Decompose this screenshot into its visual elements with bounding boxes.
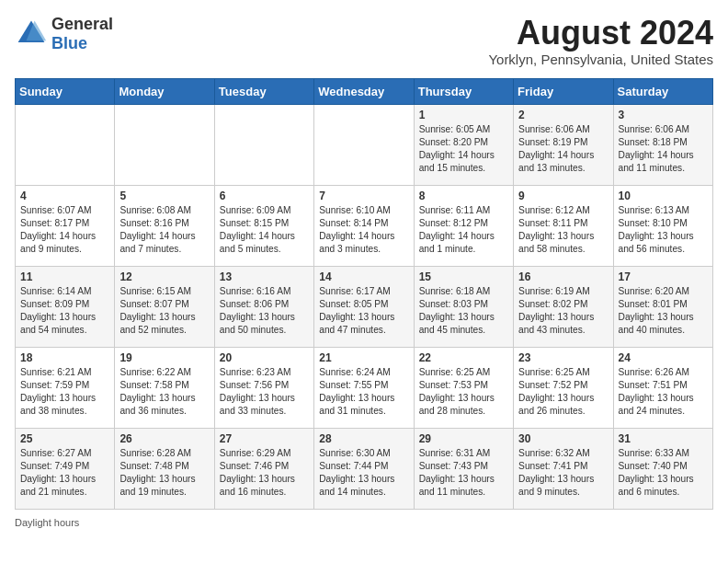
table-row: 15Sunrise: 6:18 AM Sunset: 8:03 PM Dayli… [414, 266, 513, 347]
day-info: Sunrise: 6:26 AM Sunset: 7:51 PM Dayligh… [619, 366, 708, 419]
table-row: 30Sunrise: 6:32 AM Sunset: 7:41 PM Dayli… [514, 428, 613, 509]
table-row: 7Sunrise: 6:10 AM Sunset: 8:14 PM Daylig… [314, 185, 414, 266]
col-saturday: Saturday [613, 78, 712, 104]
day-info: Sunrise: 6:15 AM Sunset: 8:07 PM Dayligh… [119, 285, 209, 338]
daylight-hours-label: Daylight hours [15, 517, 79, 528]
day-info: Sunrise: 6:11 AM Sunset: 8:12 PM Dayligh… [419, 204, 508, 257]
day-number: 25 [20, 432, 109, 445]
day-info: Sunrise: 6:08 AM Sunset: 8:16 PM Dayligh… [119, 204, 209, 257]
day-info: Sunrise: 6:20 AM Sunset: 8:01 PM Dayligh… [619, 285, 708, 338]
day-info: Sunrise: 6:16 AM Sunset: 8:06 PM Dayligh… [220, 285, 309, 338]
day-number: 12 [119, 270, 209, 283]
calendar-header-row: Sunday Monday Tuesday Wednesday Thursday… [16, 78, 713, 104]
location: Yorklyn, Pennsylvania, United States [488, 52, 713, 67]
col-monday: Monday [115, 78, 214, 104]
day-info: Sunrise: 6:23 AM Sunset: 7:56 PM Dayligh… [220, 366, 309, 419]
table-row: 4Sunrise: 6:07 AM Sunset: 8:17 PM Daylig… [16, 185, 115, 266]
day-info: Sunrise: 6:32 AM Sunset: 7:41 PM Dayligh… [518, 447, 608, 500]
day-info: Sunrise: 6:29 AM Sunset: 7:46 PM Dayligh… [220, 447, 309, 500]
day-info: Sunrise: 6:25 AM Sunset: 7:52 PM Dayligh… [518, 366, 608, 419]
day-info: Sunrise: 6:24 AM Sunset: 7:55 PM Dayligh… [319, 366, 408, 419]
table-row [16, 104, 115, 185]
day-number: 28 [319, 432, 408, 445]
table-row: 21Sunrise: 6:24 AM Sunset: 7:55 PM Dayli… [314, 347, 414, 428]
day-info: Sunrise: 6:21 AM Sunset: 7:59 PM Dayligh… [20, 366, 109, 419]
day-info: Sunrise: 6:09 AM Sunset: 8:15 PM Dayligh… [220, 204, 309, 257]
day-info: Sunrise: 6:05 AM Sunset: 8:20 PM Dayligh… [419, 123, 508, 176]
day-info: Sunrise: 6:27 AM Sunset: 7:49 PM Dayligh… [20, 447, 109, 500]
day-number: 13 [220, 270, 309, 283]
table-row: 13Sunrise: 6:16 AM Sunset: 8:06 PM Dayli… [214, 266, 313, 347]
day-number: 11 [20, 270, 109, 283]
day-info: Sunrise: 6:06 AM Sunset: 8:19 PM Dayligh… [518, 123, 608, 176]
day-number: 18 [20, 351, 109, 364]
day-number: 2 [518, 109, 608, 121]
day-info: Sunrise: 6:17 AM Sunset: 8:05 PM Dayligh… [319, 285, 408, 338]
day-info: Sunrise: 6:07 AM Sunset: 8:17 PM Dayligh… [20, 204, 109, 257]
footer: Daylight hours [15, 517, 713, 528]
day-number: 1 [419, 109, 508, 121]
calendar-week-row: 25Sunrise: 6:27 AM Sunset: 7:49 PM Dayli… [16, 428, 713, 509]
table-row: 12Sunrise: 6:15 AM Sunset: 8:07 PM Dayli… [115, 266, 214, 347]
table-row: 14Sunrise: 6:17 AM Sunset: 8:05 PM Dayli… [314, 266, 414, 347]
table-row: 1Sunrise: 6:05 AM Sunset: 8:20 PM Daylig… [414, 104, 513, 185]
day-number: 30 [518, 432, 608, 445]
day-number: 15 [419, 270, 508, 283]
table-row: 24Sunrise: 6:26 AM Sunset: 7:51 PM Dayli… [613, 347, 712, 428]
day-info: Sunrise: 6:13 AM Sunset: 8:10 PM Dayligh… [619, 204, 708, 257]
table-row: 31Sunrise: 6:33 AM Sunset: 7:40 PM Dayli… [613, 428, 712, 509]
day-number: 19 [119, 351, 209, 364]
col-sunday: Sunday [16, 78, 115, 104]
logo-blue: Blue [51, 34, 113, 53]
day-number: 29 [419, 432, 508, 445]
month-year: August 2024 [488, 15, 713, 52]
day-info: Sunrise: 6:28 AM Sunset: 7:48 PM Dayligh… [119, 447, 209, 500]
calendar-table: Sunday Monday Tuesday Wednesday Thursday… [15, 78, 713, 510]
logo-text: General Blue [51, 15, 113, 53]
day-number: 14 [319, 270, 408, 283]
table-row: 10Sunrise: 6:13 AM Sunset: 8:10 PM Dayli… [613, 185, 712, 266]
day-number: 21 [319, 351, 408, 364]
col-thursday: Thursday [414, 78, 513, 104]
table-row: 26Sunrise: 6:28 AM Sunset: 7:48 PM Dayli… [115, 428, 214, 509]
table-row: 5Sunrise: 6:08 AM Sunset: 8:16 PM Daylig… [115, 185, 214, 266]
day-number: 26 [119, 432, 209, 445]
day-number: 27 [220, 432, 309, 445]
title-block: August 2024 Yorklyn, Pennsylvania, Unite… [488, 15, 713, 67]
table-row: 6Sunrise: 6:09 AM Sunset: 8:15 PM Daylig… [214, 185, 313, 266]
day-number: 16 [518, 270, 608, 283]
table-row: 28Sunrise: 6:30 AM Sunset: 7:44 PM Dayli… [314, 428, 414, 509]
table-row: 3Sunrise: 6:06 AM Sunset: 8:18 PM Daylig… [613, 104, 712, 185]
table-row: 23Sunrise: 6:25 AM Sunset: 7:52 PM Dayli… [514, 347, 613, 428]
day-info: Sunrise: 6:12 AM Sunset: 8:11 PM Dayligh… [518, 204, 608, 257]
col-tuesday: Tuesday [214, 78, 313, 104]
day-info: Sunrise: 6:18 AM Sunset: 8:03 PM Dayligh… [419, 285, 508, 338]
table-row: 25Sunrise: 6:27 AM Sunset: 7:49 PM Dayli… [16, 428, 115, 509]
col-friday: Friday [514, 78, 613, 104]
day-number: 8 [419, 190, 508, 202]
day-info: Sunrise: 6:10 AM Sunset: 8:14 PM Dayligh… [319, 204, 408, 257]
table-row: 8Sunrise: 6:11 AM Sunset: 8:12 PM Daylig… [414, 185, 513, 266]
table-row: 9Sunrise: 6:12 AM Sunset: 8:11 PM Daylig… [514, 185, 613, 266]
day-number: 9 [518, 190, 608, 202]
calendar-week-row: 18Sunrise: 6:21 AM Sunset: 7:59 PM Dayli… [16, 347, 713, 428]
table-row [214, 104, 313, 185]
day-number: 4 [20, 190, 109, 202]
calendar-week-row: 1Sunrise: 6:05 AM Sunset: 8:20 PM Daylig… [16, 104, 713, 185]
table-row [115, 104, 214, 185]
table-row: 27Sunrise: 6:29 AM Sunset: 7:46 PM Dayli… [214, 428, 313, 509]
table-row: 17Sunrise: 6:20 AM Sunset: 8:01 PM Dayli… [613, 266, 712, 347]
table-row: 22Sunrise: 6:25 AM Sunset: 7:53 PM Dayli… [414, 347, 513, 428]
logo-icon [15, 17, 48, 51]
day-info: Sunrise: 6:33 AM Sunset: 7:40 PM Dayligh… [619, 447, 708, 500]
table-row: 2Sunrise: 6:06 AM Sunset: 8:19 PM Daylig… [514, 104, 613, 185]
calendar-week-row: 11Sunrise: 6:14 AM Sunset: 8:09 PM Dayli… [16, 266, 713, 347]
day-number: 3 [619, 109, 708, 121]
page-header: General Blue August 2024 Yorklyn, Pennsy… [15, 15, 713, 67]
day-number: 20 [220, 351, 309, 364]
day-info: Sunrise: 6:22 AM Sunset: 7:58 PM Dayligh… [119, 366, 209, 419]
table-row: 19Sunrise: 6:22 AM Sunset: 7:58 PM Dayli… [115, 347, 214, 428]
logo-general: General [51, 15, 113, 34]
day-number: 5 [119, 190, 209, 202]
day-info: Sunrise: 6:31 AM Sunset: 7:43 PM Dayligh… [419, 447, 508, 500]
